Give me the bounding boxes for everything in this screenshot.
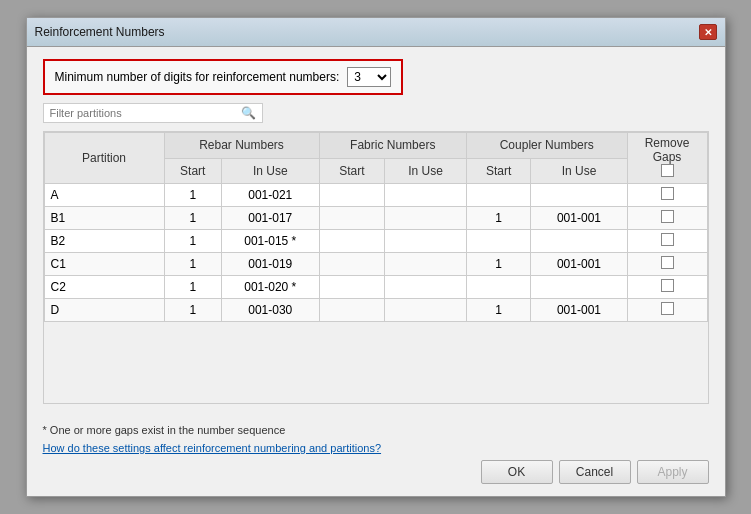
table-row: B11001-0171001-001 (44, 207, 707, 230)
rebar-inuse-header: In Use (221, 158, 319, 184)
rebar-start-cell: 1 (164, 207, 221, 230)
fabric-numbers-header: Fabric Numbers (319, 133, 466, 159)
coupler-start-header: Start (466, 158, 530, 184)
fabric-inuse-cell (385, 253, 467, 276)
remove-gaps-cell (627, 276, 707, 299)
apply-button[interactable]: Apply (637, 460, 709, 484)
rebar-inuse-cell: 001-017 (221, 207, 319, 230)
remove-gaps-checkbox[interactable] (661, 302, 674, 315)
fabric-start-cell (319, 276, 385, 299)
title-bar: Reinforcement Numbers ✕ (27, 18, 725, 47)
rebar-start-cell: 1 (164, 299, 221, 322)
coupler-inuse-cell (531, 230, 627, 253)
search-icon: 🔍 (241, 106, 256, 120)
remove-gaps-cell (627, 253, 707, 276)
rebar-numbers-header: Rebar Numbers (164, 133, 319, 159)
cancel-button[interactable]: Cancel (559, 460, 631, 484)
fabric-start-cell (319, 253, 385, 276)
dialog-title: Reinforcement Numbers (35, 25, 165, 39)
rebar-inuse-cell: 001-020 * (221, 276, 319, 299)
footer-area: * One or more gaps exist in the number s… (27, 416, 725, 496)
remove-gaps-all-checkbox[interactable] (661, 164, 674, 177)
ok-button[interactable]: OK (481, 460, 553, 484)
remove-gaps-checkbox[interactable] (661, 210, 674, 223)
rebar-inuse-cell: 001-021 (221, 184, 319, 207)
remove-gaps-cell (627, 207, 707, 230)
rebar-start-cell: 1 (164, 184, 221, 207)
partition-cell: B2 (44, 230, 164, 253)
min-digits-label: Minimum number of digits for reinforceme… (55, 70, 340, 84)
coupler-numbers-header: Coupler Numbers (466, 133, 627, 159)
fabric-inuse-cell (385, 184, 467, 207)
remove-gaps-checkbox[interactable] (661, 256, 674, 269)
partition-cell: A (44, 184, 164, 207)
coupler-inuse-cell: 001-001 (531, 253, 627, 276)
coupler-inuse-cell (531, 184, 627, 207)
remove-gaps-cell (627, 299, 707, 322)
fabric-inuse-cell (385, 299, 467, 322)
coupler-inuse-header: In Use (531, 158, 627, 184)
dialog-body: Minimum number of digits for reinforceme… (27, 47, 725, 416)
rebar-start-header: Start (164, 158, 221, 184)
rebar-start-cell: 1 (164, 230, 221, 253)
partition-header: Partition (44, 133, 164, 184)
min-digits-box: Minimum number of digits for reinforceme… (43, 59, 404, 95)
filter-row: 🔍 (43, 103, 263, 123)
remove-gaps-cell (627, 184, 707, 207)
rebar-inuse-cell: 001-019 (221, 253, 319, 276)
close-button[interactable]: ✕ (699, 24, 717, 40)
partition-cell: C1 (44, 253, 164, 276)
min-digits-select[interactable]: 1 2 3 4 5 (347, 67, 391, 87)
reinforcement-numbers-dialog: Reinforcement Numbers ✕ Minimum number o… (26, 17, 726, 497)
fabric-inuse-header: In Use (385, 158, 467, 184)
rebar-inuse-cell: 001-030 (221, 299, 319, 322)
help-link[interactable]: How do these settings affect reinforceme… (43, 442, 709, 454)
coupler-start-cell (466, 184, 530, 207)
table-row: C11001-0191001-001 (44, 253, 707, 276)
coupler-inuse-cell: 001-001 (531, 299, 627, 322)
table-row: B21001-015 * (44, 230, 707, 253)
coupler-inuse-cell (531, 276, 627, 299)
coupler-start-cell: 1 (466, 253, 530, 276)
coupler-start-cell (466, 276, 530, 299)
fabric-start-cell (319, 184, 385, 207)
table-row: A1001-021 (44, 184, 707, 207)
fabric-inuse-cell (385, 207, 467, 230)
coupler-inuse-cell: 001-001 (531, 207, 627, 230)
partition-cell: B1 (44, 207, 164, 230)
fabric-inuse-cell (385, 230, 467, 253)
fabric-inuse-cell (385, 276, 467, 299)
rebar-inuse-cell: 001-015 * (221, 230, 319, 253)
data-table: Partition Rebar Numbers Fabric Numbers C… (44, 132, 708, 322)
coupler-start-cell: 1 (466, 207, 530, 230)
remove-gaps-header: Remove Gaps (627, 133, 707, 184)
remove-gaps-checkbox[interactable] (661, 233, 674, 246)
remove-gaps-checkbox[interactable] (661, 187, 674, 200)
remove-gaps-checkbox[interactable] (661, 279, 674, 292)
table-row: C21001-020 * (44, 276, 707, 299)
gap-note: * One or more gaps exist in the number s… (43, 424, 709, 436)
rebar-start-cell: 1 (164, 276, 221, 299)
partition-cell: C2 (44, 276, 164, 299)
filter-input[interactable] (50, 107, 241, 119)
fabric-start-cell (319, 207, 385, 230)
table-row: D1001-0301001-001 (44, 299, 707, 322)
fabric-start-cell (319, 230, 385, 253)
table-wrapper: Partition Rebar Numbers Fabric Numbers C… (43, 131, 709, 404)
partition-cell: D (44, 299, 164, 322)
fabric-start-header: Start (319, 158, 385, 184)
rebar-start-cell: 1 (164, 253, 221, 276)
coupler-start-cell: 1 (466, 299, 530, 322)
remove-gaps-cell (627, 230, 707, 253)
fabric-start-cell (319, 299, 385, 322)
button-row: OK Cancel Apply (43, 460, 709, 484)
coupler-start-cell (466, 230, 530, 253)
